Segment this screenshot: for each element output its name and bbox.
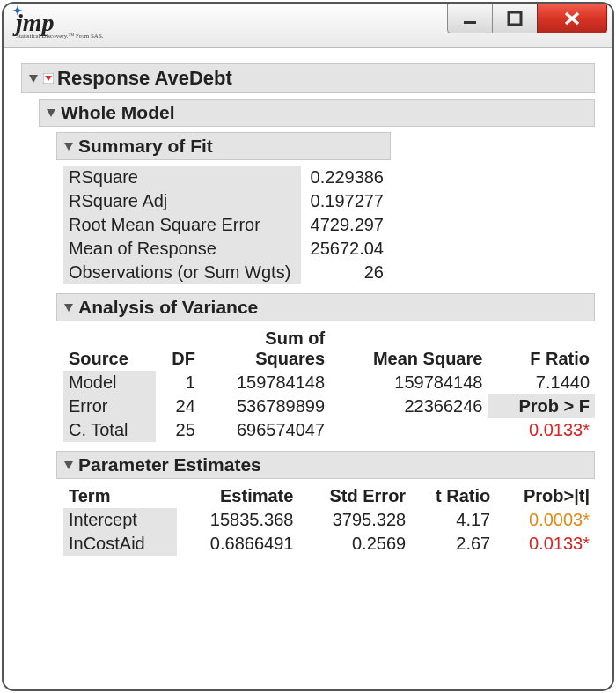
summary-of-fit-table: RSquare 0.229386 RSquare Adj 0.197277 Ro… (63, 166, 389, 284)
response-title: Response AveDebt (57, 67, 232, 90)
col-source: Source (63, 327, 156, 371)
disclosure-icon[interactable] (47, 109, 55, 117)
whole-model-header[interactable]: Whole Model (39, 99, 595, 127)
table-row: Root Mean Square Error 4729.297 (63, 213, 389, 237)
col-probt: Prob>|t| (495, 484, 595, 508)
maximize-button[interactable] (492, 4, 538, 33)
param-estimate: 0.6866491 (177, 532, 298, 556)
disclosure-icon[interactable] (64, 304, 73, 312)
anova-header[interactable]: Analysis of Variance (56, 293, 595, 321)
fit-label: Root Mean Square Error (63, 213, 301, 237)
window-controls (448, 4, 612, 33)
app-logo: ✦ jmp Statistical Discovery.™ From SAS. (16, 11, 104, 40)
anova-ss: 536789899 (201, 394, 330, 418)
anova-source: C. Total (63, 418, 156, 442)
summary-of-fit-title: Summary of Fit (78, 136, 213, 157)
fit-value: 0.197277 (301, 189, 389, 213)
anova-source: Error (63, 394, 156, 418)
anova-f: 7.1440 (488, 371, 595, 394)
params-header[interactable]: Parameter Estimates (56, 451, 595, 479)
hotspot-icon[interactable] (43, 73, 54, 84)
table-row: Mean of Response 25672.04 (63, 237, 389, 261)
param-stderr: 0.2569 (298, 532, 411, 556)
table-header-row: Term Estimate Std Error t Ratio Prob>|t| (63, 484, 595, 508)
app-window: ✦ jmp Statistical Discovery.™ From SAS. (2, 2, 614, 691)
anova-df: 1 (156, 371, 201, 394)
close-icon (561, 11, 583, 26)
disclosure-icon[interactable] (29, 75, 38, 83)
anova-ms (330, 418, 488, 442)
anova-ms: 22366246 (330, 394, 488, 418)
logo-subtext: Statistical Discovery.™ From SAS. (16, 33, 104, 40)
anova-df: 25 (156, 418, 201, 442)
anova-body: Source DF Sum of Squares Mean Square F R… (63, 327, 595, 442)
table-row: Observations (or Sum Wgts) 26 (63, 261, 389, 284)
anova-title: Analysis of Variance (78, 297, 258, 318)
table-row: InCostAid 0.6866491 0.2569 2.67 0.0133* (63, 532, 595, 556)
svg-rect-1 (509, 12, 521, 25)
disclosure-icon[interactable] (64, 143, 73, 151)
param-term: InCostAid (63, 532, 177, 556)
fit-value: 4729.297 (301, 213, 389, 237)
table-row: Intercept 15835.368 3795.328 4.17 0.0003… (63, 508, 595, 532)
minimize-icon (462, 11, 478, 26)
table-row: C. Total 25 696574047 0.0133* (63, 418, 595, 442)
params-table: Term Estimate Std Error t Ratio Prob>|t|… (63, 484, 595, 556)
param-term: Intercept (63, 508, 177, 532)
params-body: Term Estimate Std Error t Ratio Prob>|t|… (63, 484, 595, 556)
summary-of-fit-body: RSquare 0.229386 RSquare Adj 0.197277 Ro… (63, 166, 595, 284)
response-header[interactable]: Response AveDebt (21, 63, 595, 93)
col-ms: Mean Square (330, 327, 488, 371)
fit-label: Observations (or Sum Wgts) (63, 261, 301, 284)
probf-value: 0.0133* (488, 418, 595, 442)
col-term: Term (63, 484, 177, 508)
col-fratio: F Ratio (488, 327, 595, 371)
fit-label: RSquare (63, 166, 301, 189)
maximize-icon (507, 11, 523, 26)
disclosure-icon[interactable] (64, 461, 73, 469)
table-row: Error 24 536789899 22366246 Prob > F (63, 394, 595, 418)
col-estimate: Estimate (177, 484, 298, 508)
fit-value: 25672.04 (301, 237, 389, 261)
table-row: RSquare Adj 0.197277 (63, 189, 389, 213)
summary-of-fit-header[interactable]: Summary of Fit (56, 132, 391, 160)
minimize-button[interactable] (447, 4, 493, 33)
fit-value: 26 (301, 261, 389, 284)
param-t: 4.17 (411, 508, 495, 532)
anova-ss: 159784148 (201, 371, 330, 394)
fit-label: Mean of Response (63, 237, 301, 261)
param-p: 0.0133* (495, 532, 595, 556)
anova-table: Source DF Sum of Squares Mean Square F R… (63, 327, 595, 442)
fit-value: 0.229386 (301, 166, 389, 189)
param-p: 0.0003* (495, 508, 595, 532)
col-df: DF (156, 327, 201, 371)
col-ss: Sum of Squares (201, 327, 330, 371)
anova-df: 24 (156, 394, 201, 418)
anova-ss: 696574047 (201, 418, 330, 442)
params-title: Parameter Estimates (78, 454, 261, 476)
fit-label: RSquare Adj (63, 189, 301, 213)
svg-rect-0 (464, 21, 476, 24)
param-t: 2.67 (411, 532, 495, 556)
probf-label: Prob > F (488, 394, 595, 418)
anova-source: Model (63, 371, 156, 394)
table-row: Model 1 159784148 159784148 7.1440 (63, 371, 595, 394)
col-stderr: Std Error (298, 484, 411, 508)
report-content: Response AveDebt Whole Model Summary of … (4, 48, 612, 582)
table-header-row: Source DF Sum of Squares Mean Square F R… (63, 327, 595, 371)
whole-model-title: Whole Model (61, 102, 175, 123)
table-row: RSquare 0.229386 (63, 166, 389, 189)
param-estimate: 15835.368 (177, 508, 298, 532)
titlebar: ✦ jmp Statistical Discovery.™ From SAS. (4, 4, 612, 48)
anova-ms: 159784148 (330, 371, 488, 394)
close-button[interactable] (537, 4, 607, 33)
col-tratio: t Ratio (411, 484, 495, 508)
param-stderr: 3795.328 (298, 508, 411, 532)
